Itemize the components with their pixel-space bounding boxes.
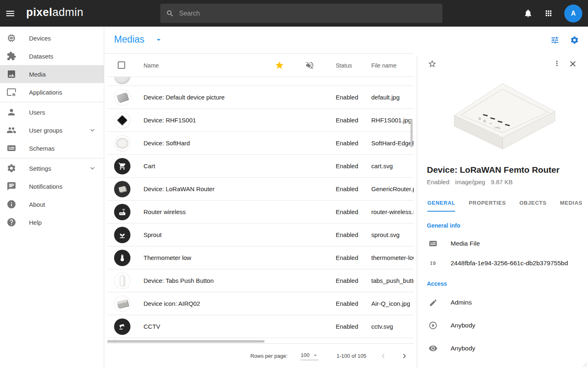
media-status: Enabled	[427, 178, 449, 185]
top-bar: pixeladmin A	[0, 0, 588, 27]
person-icon	[7, 107, 16, 117]
sidebar-item-devices[interactable]: Devices	[0, 29, 104, 47]
next-page-chevron-icon[interactable]	[400, 352, 409, 361]
sidebar-item-label: User groups	[29, 127, 63, 134]
status-value: Enabled	[336, 277, 358, 284]
rows-per-page-select[interactable]: 100	[301, 352, 319, 360]
media-file-size: 9.87 KB	[491, 178, 512, 185]
favorite-column-star-icon[interactable]	[275, 61, 284, 70]
table-row[interactable]: CCTV Enabled cctv.svg	[107, 315, 414, 338]
user-avatar[interactable]: A	[564, 5, 582, 23]
sidebar-item-user-groups[interactable]: User groups	[0, 121, 104, 139]
status-value: Enabled	[336, 254, 358, 261]
pagination-bar: Rows per page: 100 1-100 of 105	[107, 344, 414, 368]
device-photo-thumbnail	[114, 181, 130, 197]
rows-per-page-value: 100	[301, 352, 310, 358]
status-value: Enabled	[336, 163, 358, 169]
sidebar-item-notifications[interactable]: Notifications	[0, 177, 104, 195]
tab-medias[interactable]: MEDIAS	[560, 194, 583, 212]
sidebar-item-label: Applications	[29, 89, 62, 96]
sidebar-item-label: Datasets	[29, 53, 53, 60]
table-row[interactable]: Device: SoftHard Enabled SoftHard-EdgeE	[107, 132, 414, 155]
settings-gear-icon[interactable]	[570, 36, 579, 45]
schema-card-icon	[7, 143, 16, 153]
file-name: tabs_push_butto	[371, 277, 414, 284]
resize-handle[interactable]	[581, 361, 587, 367]
media-file-row: Media File	[428, 239, 578, 248]
select-all-checkbox[interactable]	[118, 61, 125, 69]
app-window: pixeladmin A Devices Datasets	[0, 0, 588, 368]
column-header-name[interactable]: Name	[144, 62, 159, 69]
close-icon[interactable]	[568, 59, 577, 68]
filter-sliders-icon[interactable]	[550, 36, 559, 45]
thermometer-icon	[114, 250, 130, 266]
favorite-star-outline-icon[interactable]	[428, 59, 437, 68]
horizontal-scrollbar[interactable]	[107, 340, 265, 343]
column-header-filename[interactable]: File name	[371, 62, 396, 69]
global-search[interactable]	[160, 4, 442, 23]
sidebar-divider	[0, 158, 104, 158]
table-row[interactable]: Device: Default device picture Enabled d…	[107, 86, 414, 109]
topbar-actions: A	[523, 0, 588, 27]
access-edit-row: Admins	[428, 298, 578, 307]
app-window-gear-icon	[7, 87, 16, 97]
table-row-partial	[107, 77, 414, 86]
caret-down-icon	[154, 35, 163, 44]
media-mime-type: image/jpeg	[455, 178, 485, 185]
id-icon: ID	[428, 258, 438, 268]
previous-page-chevron-icon[interactable]	[379, 352, 388, 361]
tab-objects[interactable]: OBJECTS	[519, 194, 546, 212]
general-info-heading: General info	[427, 222, 578, 229]
device-photo-thumbnail	[114, 296, 130, 312]
sidebar-item-help[interactable]: Help	[0, 213, 104, 231]
panel-tabs: GENERAL PROPERTIES OBJECTS MEDIAS	[417, 194, 588, 212]
panel-toolbar	[417, 59, 588, 72]
sidebar-item-about[interactable]: About	[0, 195, 104, 213]
sidebar-item-schemas[interactable]: Schemas	[0, 139, 104, 157]
table-row[interactable]: Device: RHF1S001 Enabled RHF1S001.jpg	[107, 109, 414, 132]
notifications-bell-icon[interactable]	[523, 9, 533, 18]
collection-selector[interactable]: Medias	[114, 34, 163, 45]
column-header-status[interactable]: Status	[336, 62, 352, 69]
table-row[interactable]: Device: LoRaWAN Router Enabled GenericRo…	[107, 178, 414, 201]
apps-grid-icon[interactable]	[544, 9, 553, 18]
vertical-scrollbar[interactable]	[411, 119, 413, 147]
sidebar-item-datasets[interactable]: Datasets	[0, 47, 104, 65]
media-name: Router wireless	[144, 208, 186, 215]
app-logo: pixeladmin	[26, 6, 83, 19]
media-detail-panel: LoRa Device: LoRaWAN Femto Router Enable…	[417, 56, 588, 368]
table-row[interactable]: Thermometer low Enabled thermometer-low	[107, 246, 414, 269]
sidebar-divider	[0, 102, 104, 102]
chevron-down-icon	[88, 126, 97, 134]
media-name: Device: Default device picture	[144, 94, 224, 101]
status-value: Enabled	[336, 185, 358, 192]
access-edit-value: Admins	[451, 299, 472, 306]
tab-general[interactable]: GENERAL	[427, 194, 455, 212]
logo-light: admin	[52, 6, 83, 18]
sidebar-item-label: Settings	[29, 165, 51, 172]
sidebar-item-media[interactable]: Media	[0, 65, 104, 83]
media-table: Name Status File name Device: Default de…	[107, 54, 414, 343]
sidebar-item-label: Devices	[29, 35, 51, 42]
status-value: Enabled	[336, 323, 358, 330]
sidebar-item-label: Users	[29, 109, 45, 116]
schema-card-icon	[428, 239, 438, 248]
cart-icon	[114, 158, 130, 174]
sidebar-item-users[interactable]: Users	[0, 103, 104, 121]
table-row[interactable]: Device icon: AIRQ02 Enabled Air-Q_icon.j…	[107, 292, 414, 315]
menu-icon[interactable]	[5, 8, 16, 19]
tab-properties[interactable]: PROPERTIES	[469, 194, 506, 212]
table-row[interactable]: Router wireless Enabled router-wireless.…	[107, 201, 414, 224]
sidebar-item-applications[interactable]: Applications	[0, 83, 104, 101]
sidebar-item-settings[interactable]: Settings	[0, 159, 104, 177]
volume-off-column-icon[interactable]	[305, 61, 314, 70]
caret-down-icon	[312, 352, 319, 359]
search-input[interactable]	[179, 10, 437, 17]
table-row[interactable]: Sprout Enabled sprout.svg	[107, 224, 414, 246]
table-row[interactable]: Cart Enabled cart.svg	[107, 155, 414, 178]
media-name: Cart	[144, 163, 155, 169]
table-row[interactable]: Device: Tabs Push Button Enabled tabs_pu…	[107, 269, 414, 292]
file-name: GenericRouter.p	[371, 185, 414, 192]
more-options-kebab-icon[interactable]	[553, 59, 561, 68]
status-value: Enabled	[336, 140, 358, 147]
